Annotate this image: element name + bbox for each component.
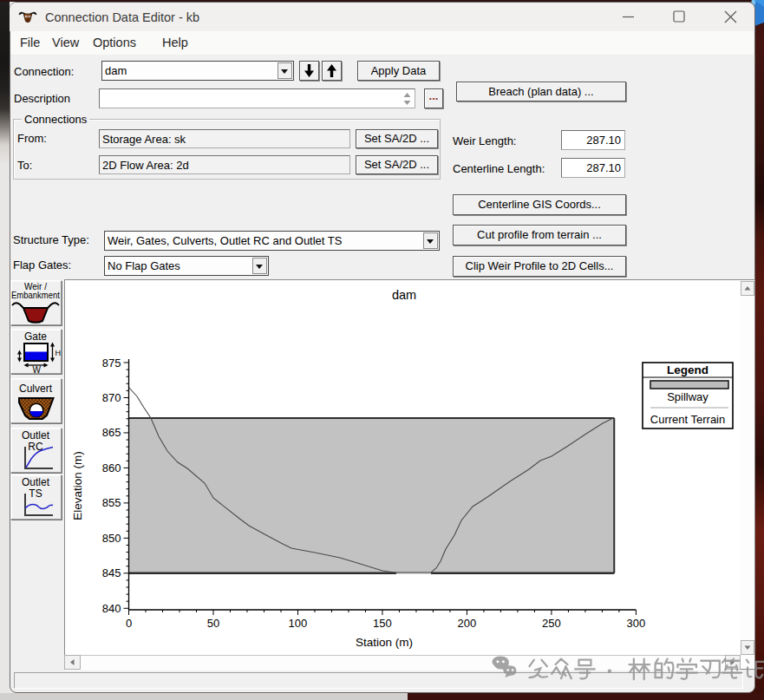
- svg-text:855: 855: [102, 496, 121, 509]
- svg-text:Elevation (m): Elevation (m): [71, 451, 84, 520]
- svg-text:Station (m): Station (m): [356, 636, 413, 649]
- svg-text:Current Terrain: Current Terrain: [650, 413, 725, 426]
- svg-text:865: 865: [102, 426, 121, 439]
- svg-text:Gate: Gate: [24, 330, 47, 343]
- svg-text:850: 850: [102, 532, 121, 545]
- svg-text:50: 50: [207, 617, 219, 630]
- svg-text:875: 875: [102, 357, 121, 370]
- svg-text:150: 150: [373, 617, 392, 630]
- svg-text:870: 870: [102, 391, 121, 404]
- svg-text:W: W: [33, 365, 42, 373]
- svg-text:0: 0: [126, 617, 132, 630]
- svg-text:Spillway: Spillway: [667, 390, 708, 403]
- svg-text:250: 250: [542, 617, 561, 630]
- svg-text:Outlet: Outlet: [22, 429, 50, 442]
- svg-text:Legend: Legend: [667, 363, 708, 376]
- svg-text:Outlet: Outlet: [22, 476, 50, 488]
- svg-text:840: 840: [102, 602, 121, 615]
- svg-text:200: 200: [458, 617, 477, 630]
- svg-text:TS: TS: [29, 487, 42, 500]
- svg-text:Culvert: Culvert: [19, 383, 53, 395]
- svg-text:300: 300: [627, 617, 646, 630]
- svg-text:860: 860: [102, 461, 121, 474]
- svg-text:100: 100: [289, 617, 308, 630]
- svg-text:H: H: [56, 349, 62, 357]
- svg-text:dam: dam: [392, 288, 416, 302]
- svg-text:Embankment: Embankment: [11, 290, 60, 300]
- svg-text:845: 845: [102, 566, 121, 579]
